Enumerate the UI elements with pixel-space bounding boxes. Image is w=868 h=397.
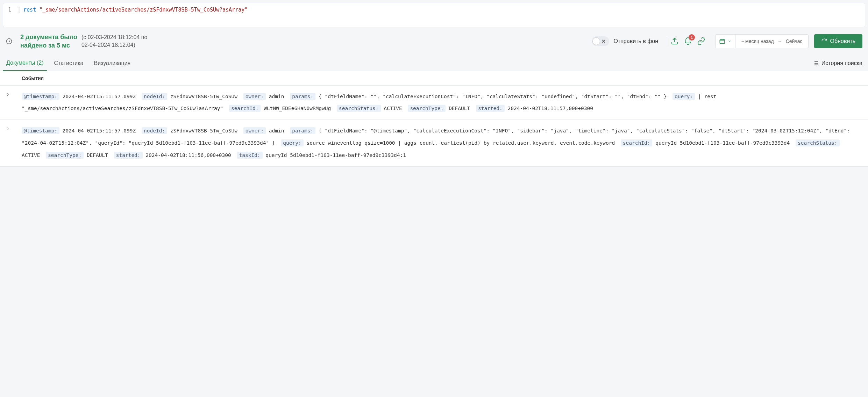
field-value: admin (269, 94, 284, 99)
link-icon[interactable] (697, 37, 705, 45)
chevron-down-icon (727, 39, 732, 43)
tab-statistics[interactable]: Статистика (50, 56, 87, 71)
field-key: query: (281, 139, 303, 146)
field-key: taskId: (237, 152, 262, 159)
table-row: ›@timestamp: 2024-04-02T15:11:57.099Z no… (0, 120, 868, 166)
table-row: ›@timestamp: 2024-04-02T15:11:57.099Z no… (0, 86, 868, 120)
expand-arrow-icon[interactable]: › (7, 125, 16, 161)
tabs: Документы (2) Статистика Визуализация Ис… (0, 56, 868, 71)
close-icon: ✕ (602, 38, 606, 44)
field-value: queryId_5d10ebd1-f103-11ee-baff-97ed9c33… (655, 140, 790, 146)
list-icon (812, 60, 819, 66)
field-value: 2024-04-02T15:11:57.099Z (63, 128, 136, 133)
query-editor[interactable]: 1 | rest "_sme/searchActions/activeSearc… (3, 3, 865, 27)
field-key: searchStatus: (337, 105, 381, 112)
field-key: searchType: (46, 152, 84, 159)
events-header: События (0, 71, 868, 86)
date-range-picker: ~ месяц назад → Сейчас (715, 34, 809, 48)
calendar-button[interactable] (716, 35, 735, 48)
document-count: 2 документа было найдено за 5 мс (20, 33, 77, 50)
bell-icon[interactable]: 1 (684, 37, 692, 45)
field-value: DEFAULT (87, 152, 108, 158)
toggle-switch[interactable]: ✕ (592, 36, 609, 46)
pipe-symbol: | (17, 7, 21, 13)
field-key: @timestamp: (22, 127, 59, 134)
document-date-range: (с 02-03-2024 18:12:04 по 02-04-2024 18:… (81, 34, 147, 49)
action-icons: 1 (666, 37, 710, 45)
field-key: searchStatus: (796, 139, 840, 146)
field-value: 2024-04-02T18:11:56,000+0300 (145, 152, 231, 158)
field-key: started: (476, 105, 505, 112)
field-key: owner: (243, 127, 266, 134)
field-value: admin (269, 128, 284, 133)
field-value: zSFdnxwVT8SB-5Tw_CoSUw (170, 128, 237, 133)
toggle-knob (592, 37, 600, 45)
line-number: 1 (8, 7, 11, 13)
field-value: zSFdnxwVT8SB-5Tw_CoSUw (170, 94, 237, 99)
date-range-display[interactable]: ~ месяц назад → Сейчас (735, 38, 808, 44)
code-keyword: rest (23, 7, 36, 13)
field-value: WLtNW_EDEe6HaN0wRMgwUg (264, 106, 331, 111)
tab-visualization[interactable]: Визуализация (91, 56, 134, 71)
refresh-button[interactable]: Обновить (814, 34, 862, 48)
field-key: params: (290, 127, 315, 134)
field-key: query: (673, 93, 695, 100)
field-value: source wineventlog qsize=1000 | aggs cou… (306, 140, 615, 146)
svg-rect-1 (720, 39, 725, 44)
field-value: 2024-04-02T15:11:57.099Z (63, 94, 136, 99)
field-value: { "dtFieldName": "", "calculateExecution… (319, 94, 667, 99)
toggle-label: Отправить в фон (613, 38, 658, 44)
field-key: searchId: (229, 105, 261, 112)
field-key: nodeId: (142, 127, 167, 134)
field-value: ACTIVE (22, 152, 40, 158)
field-key: params: (290, 93, 315, 100)
expand-arrow-icon[interactable]: › (7, 91, 16, 115)
search-history-link[interactable]: История поиска (810, 56, 865, 71)
field-value: ACTIVE (384, 106, 402, 111)
field-key: started: (114, 152, 143, 159)
field-value: queryId_5d10ebd1-f103-11ee-baff-97ed9c33… (265, 152, 406, 158)
share-icon[interactable] (670, 37, 679, 45)
clock-icon (6, 38, 13, 45)
field-key: searchId: (621, 139, 653, 146)
refresh-icon (821, 38, 827, 44)
events-list: ›@timestamp: 2024-04-02T15:11:57.099Z no… (0, 86, 868, 167)
field-key: searchType: (408, 105, 446, 112)
event-content: @timestamp: 2024-04-02T15:11:57.099Z nod… (22, 125, 861, 161)
field-value: 2024-04-02T18:11:57,000+0300 (508, 106, 593, 111)
field-key: owner: (243, 93, 266, 100)
document-count-info: 2 документа было найдено за 5 мс (с 02-0… (20, 33, 147, 50)
field-value: DEFAULT (449, 106, 470, 111)
code-string: "_sme/searchActions/activeSearches/zSFdn… (39, 7, 248, 13)
tab-documents[interactable]: Документы (2) (3, 56, 47, 71)
notification-badge: 1 (689, 34, 695, 41)
send-to-background-toggle: ✕ Отправить в фон (592, 36, 658, 46)
field-key: nodeId: (142, 93, 167, 100)
field-key: @timestamp: (22, 93, 59, 100)
toolbar: 2 документа было найдено за 5 мс (с 02-0… (0, 30, 868, 56)
event-content: @timestamp: 2024-04-02T15:11:57.099Z nod… (22, 91, 861, 115)
